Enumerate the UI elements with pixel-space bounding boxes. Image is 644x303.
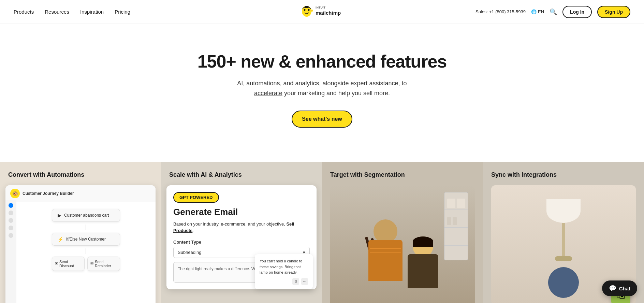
action-buttons: ✉ Send Discount ✉ Send Reminder: [52, 257, 120, 271]
feature-card-automations: Convert with Automations 🐵 Customer Jour…: [0, 162, 161, 303]
lamp-bowl: [548, 267, 579, 298]
header: Products Resources Inspiration Pricing I…: [0, 0, 644, 24]
send-discount-node[interactable]: ✉ Send Discount: [52, 257, 85, 271]
globe-icon: 🌐: [531, 9, 537, 14]
search-icon: 🔍: [550, 9, 557, 15]
sidebar-icon-3: [9, 226, 13, 230]
person-2: [401, 233, 445, 303]
journey-node-cart[interactable]: ▶ Customer abandons cart: [52, 209, 120, 222]
generate-email-title: Generate Email: [173, 207, 310, 217]
nav-resources[interactable]: Resources: [45, 9, 69, 15]
content-type-label: Content Type: [173, 240, 310, 245]
language-selector[interactable]: 🌐 EN: [531, 9, 544, 14]
play-icon: ▶: [58, 213, 61, 218]
svg-rect-5: [305, 6, 309, 8]
content-type-value: Subheading: [178, 250, 201, 255]
hero-section: 150+ new & enhanced features AI, automat…: [0, 24, 644, 162]
features-row: Convert with Automations 🐵 Customer Jour…: [0, 162, 644, 303]
chat-label: Chat: [619, 286, 630, 291]
chat-bubble-icon: 💬: [609, 285, 616, 292]
svg-text:mailchimp: mailchimp: [316, 10, 341, 16]
node-cart-label: Customer abandons cart: [64, 213, 109, 218]
mockup-sidebar: [5, 200, 16, 303]
ecommerce-link[interactable]: e-commerce: [221, 221, 245, 227]
generate-email-desc: Based on your industry, e-commerce, and …: [173, 221, 310, 234]
sidebar-icon-active: [9, 203, 13, 208]
sidebar-icon-1: [9, 211, 13, 215]
svg-text:INTUIT: INTUIT: [316, 6, 325, 9]
mockup-title-label: Customer Journey Builder: [23, 191, 74, 196]
nav-inspiration[interactable]: Inspiration: [80, 9, 104, 15]
main-nav: Products Resources Inspiration Pricing: [14, 9, 130, 15]
feature-card-segmentation: Target with Segmentation: [322, 162, 483, 303]
mailchimp-avatar: 🐵: [10, 189, 20, 198]
sales-phone: Sales: +1 (800) 315-5939: [475, 9, 526, 14]
send-discount-label: Send Discount: [59, 260, 82, 268]
hero-heading: 150+ new & enhanced features: [7, 51, 637, 72]
header-right: Sales: +1 (800) 315-5939 🌐 EN 🔍 Log In S…: [475, 6, 630, 18]
shelves-decoration: [444, 192, 468, 260]
lamp-base: [555, 256, 572, 261]
mockup-header: 🐵 Customer Journey Builder: [5, 185, 156, 202]
chat-widget[interactable]: 💬 Chat: [602, 280, 637, 296]
signup-button[interactable]: Sign Up: [597, 6, 630, 18]
copy-icon[interactable]: ⧉: [292, 278, 299, 285]
hero-accelerate: accelerate: [254, 90, 282, 97]
automations-title: Convert with Automations: [8, 171, 153, 178]
mail-icon-2: ✉: [90, 261, 93, 266]
people-group: [360, 219, 445, 303]
generated-copy-card: You can't hold a candle to these savings…: [255, 254, 313, 289]
node-ifelse-label: If/Else New Customer: [66, 237, 106, 242]
connector-2: [86, 248, 86, 254]
search-button[interactable]: 🔍: [550, 8, 557, 16]
journey-nodes: ▶ Customer abandons cart ⚡ If/Else New C…: [16, 202, 156, 278]
lamp-body: [562, 223, 565, 257]
lang-label: EN: [538, 9, 544, 14]
svg-point-4: [311, 10, 313, 11]
sidebar-icon-2: [9, 218, 13, 223]
lamp-shade: [546, 199, 581, 223]
svg-point-1: [304, 9, 306, 11]
hero-subtext: AI, automations, and analytics, alongsid…: [223, 78, 421, 98]
send-reminder-node[interactable]: ✉ Send Reminder: [87, 257, 120, 271]
copy-action-icons: ⧉ ⋯: [260, 278, 308, 285]
login-button[interactable]: Log In: [562, 6, 592, 18]
integrations-title: Sync with Integrations: [491, 171, 636, 178]
ai-title: Scale with AI & Analytics: [169, 171, 314, 178]
connector-1: [86, 225, 86, 230]
journey-builder-mockup: 🐵 Customer Journey Builder ▶ Customer ab…: [5, 185, 156, 303]
send-reminder-label: Send Reminder: [95, 260, 117, 268]
body-text-area: The right light really makes a differenc…: [173, 262, 310, 283]
see-whats-new-button[interactable]: See what's new: [292, 111, 352, 128]
generate-email-mockup: GPT POWERED Generate Email Based on your…: [166, 185, 317, 289]
journey-node-ifelse[interactable]: ⚡ If/Else New Customer: [52, 233, 120, 246]
feature-card-ai: Scale with AI & Analytics GPT POWERED Ge…: [161, 162, 322, 303]
more-icon[interactable]: ⋯: [301, 278, 308, 285]
lightning-icon: ⚡: [58, 236, 63, 242]
logo[interactable]: INTUIT mailchimp: [300, 4, 344, 20]
nav-products[interactable]: Products: [14, 9, 34, 15]
segmentation-title: Target with Segmentation: [330, 171, 475, 178]
gpt-badge: GPT POWERED: [173, 192, 219, 203]
svg-point-2: [308, 9, 310, 11]
nav-pricing[interactable]: Pricing: [115, 9, 130, 15]
mail-icon-1: ✉: [55, 261, 58, 266]
sidebar-icon-4: [9, 233, 13, 238]
generated-copy-text: You can't hold a candle to these savings…: [260, 259, 302, 274]
